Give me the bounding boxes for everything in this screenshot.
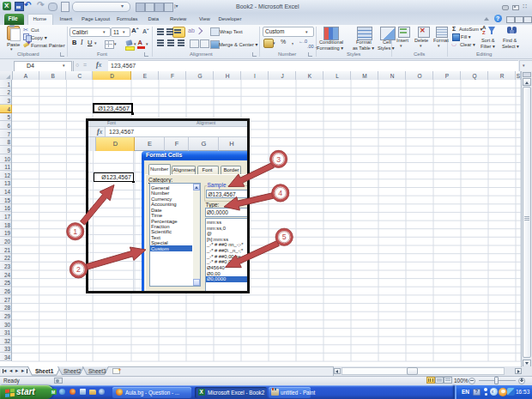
svg-text:3: 3 bbox=[276, 155, 281, 164]
svg-text:5: 5 bbox=[282, 233, 287, 241]
svg-text:4: 4 bbox=[278, 189, 282, 197]
svg-text:1: 1 bbox=[73, 227, 77, 236]
svg-text:2: 2 bbox=[76, 265, 81, 274]
